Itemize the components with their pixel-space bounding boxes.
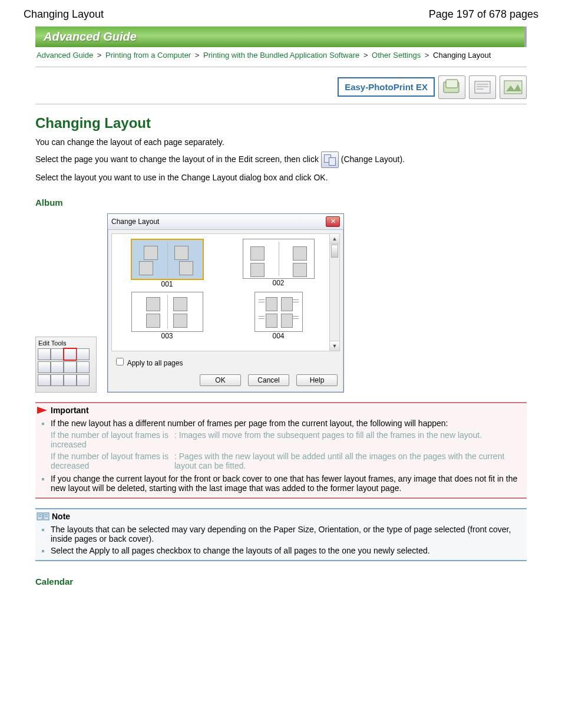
edit-tools-caption: Edit Tools	[38, 338, 94, 348]
tool-button[interactable]	[64, 361, 77, 373]
album-heading: Album	[35, 197, 527, 207]
crumb-current: Changing Layout	[433, 51, 491, 60]
instruction-2: Select the layout you want to use in the…	[35, 173, 527, 182]
layout-option-003[interactable]: 003	[120, 292, 214, 340]
important-item: If the new layout has a different number…	[51, 419, 448, 428]
important-heading: Important	[51, 406, 89, 415]
calendar-heading: Calendar	[35, 577, 527, 587]
scroll-up-icon[interactable]: ▲	[330, 234, 339, 244]
important-row-value: : Pages with the new layout will be adde…	[174, 452, 527, 470]
note-heading: Note	[52, 512, 70, 521]
breadcrumb: Advanced Guide > Printing from a Compute…	[35, 47, 527, 67]
crumb-sep: >	[97, 51, 102, 60]
crumb-sep: >	[195, 51, 200, 60]
tool-button[interactable]	[38, 361, 51, 373]
instruction-1a: Select the page you want to change the l…	[35, 154, 321, 164]
page-indicator: Page 197 of 678 pages	[429, 8, 538, 21]
scroll-down-icon[interactable]: ▼	[330, 341, 339, 351]
note-item: The layouts that can be selected may var…	[51, 525, 511, 543]
tool-change-layout[interactable]	[64, 348, 77, 360]
svg-rect-1	[446, 80, 458, 88]
doc-title: Changing Layout	[24, 8, 104, 21]
news-icon[interactable]	[469, 75, 496, 99]
crumb-link[interactable]: Printing from a Computer	[105, 51, 191, 60]
help-button[interactable]: Help	[296, 374, 338, 386]
change-layout-icon	[321, 151, 339, 168]
important-row-label: If the number of layout frames is increa…	[51, 430, 168, 449]
tool-button[interactable]	[64, 374, 77, 386]
tool-button[interactable]	[51, 374, 64, 386]
page-title: Changing Layout	[35, 115, 527, 131]
layout-option-001[interactable]: 001	[120, 239, 214, 288]
ok-button[interactable]: OK	[200, 374, 241, 386]
apply-all-checkbox[interactable]: Apply to all pages	[114, 359, 183, 367]
photo-album-icon[interactable]	[438, 75, 465, 99]
apply-all-input[interactable]	[116, 358, 124, 365]
edit-tools-panel: Edit Tools	[35, 337, 97, 393]
note-item: Select the Apply to all pages checkbox t…	[51, 546, 430, 555]
instruction-1b: (Change Layout).	[341, 154, 405, 164]
app-name-badge: Easy-PhotoPrint EX	[338, 77, 435, 97]
crumb-sep: >	[363, 51, 368, 60]
close-icon[interactable]: ✕	[326, 216, 340, 227]
tool-button[interactable]	[77, 348, 90, 360]
intro-text: You can change the layout of each page s…	[35, 137, 527, 147]
crumb-link[interactable]: Printing with the Bundled Application So…	[203, 51, 359, 60]
layout-label: 004	[232, 332, 325, 340]
flag-icon	[37, 406, 48, 414]
tool-button[interactable]	[51, 348, 64, 360]
layout-option-004[interactable]: 004	[232, 292, 325, 340]
crumb-link[interactable]: Other Settings	[372, 51, 421, 60]
instruction-1: Select the page you want to change the l…	[35, 151, 527, 168]
layout-option-002[interactable]: 002	[232, 239, 325, 288]
crumb-sep: >	[425, 51, 429, 60]
tool-button[interactable]	[51, 361, 64, 373]
tool-button[interactable]	[77, 374, 90, 386]
scrollbar[interactable]: ▲ ▼	[329, 234, 339, 351]
dialog-title: Change Layout	[111, 218, 159, 226]
note-box: Note The layouts that can be selected ma…	[35, 508, 527, 561]
change-layout-dialog: Change Layout ✕ 001 002 003	[107, 213, 344, 393]
svg-marker-8	[37, 407, 47, 414]
banner-advanced-guide: Advanced Guide	[35, 27, 527, 47]
book-icon	[37, 512, 49, 521]
tool-button[interactable]	[38, 348, 51, 360]
cancel-button[interactable]: Cancel	[248, 374, 289, 386]
svg-rect-2	[475, 81, 490, 93]
scroll-thumb[interactable]	[331, 245, 338, 258]
crumb-link[interactable]: Advanced Guide	[37, 51, 93, 60]
important-row-value: : Images will move from the subsequent p…	[174, 430, 527, 449]
important-box: Important If the new layout has a differ…	[35, 402, 527, 499]
layout-label: 002	[232, 279, 325, 287]
layout-label: 001	[120, 280, 214, 288]
tool-button[interactable]	[38, 374, 51, 386]
landscape-icon[interactable]	[500, 75, 527, 99]
important-item: If you change the current layout for the…	[51, 474, 517, 493]
tool-button[interactable]	[77, 361, 90, 373]
apply-all-label: Apply to all pages	[127, 359, 183, 367]
important-row-label: If the number of layout frames is decrea…	[51, 452, 168, 470]
layout-label: 003	[120, 332, 214, 340]
